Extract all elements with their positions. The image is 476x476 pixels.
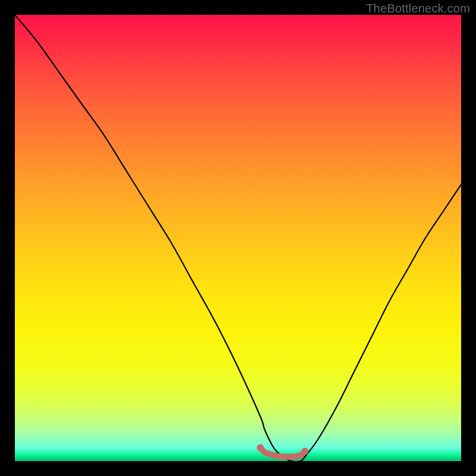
- valley-dot-left: [257, 444, 264, 452]
- valley-dot-right: [302, 448, 309, 455]
- watermark-text: TheBottleneck.com: [366, 2, 470, 15]
- plot-area: [15, 15, 461, 461]
- chart-container: TheBottleneck.com: [0, 0, 476, 476]
- bottleneck-curve: [15, 15, 461, 461]
- chart-svg: [15, 15, 461, 461]
- valley-marker: [261, 448, 305, 457]
